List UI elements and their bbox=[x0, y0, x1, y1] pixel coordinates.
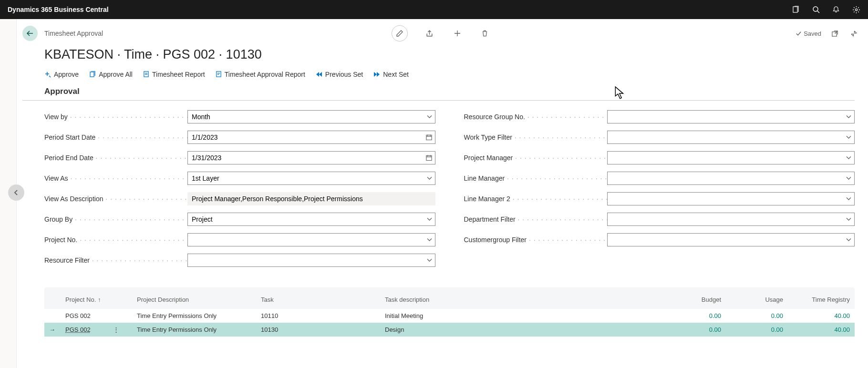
work-type-filter-input[interactable] bbox=[608, 131, 855, 143]
view-as-input[interactable] bbox=[188, 172, 435, 184]
line-manager-input[interactable] bbox=[608, 172, 855, 184]
period-end-input[interactable] bbox=[188, 152, 435, 164]
department-filter-label: Department Filter bbox=[464, 215, 607, 223]
cell-project-no[interactable]: PGS 002 ⋮ bbox=[61, 323, 132, 337]
search-icon[interactable] bbox=[812, 6, 820, 13]
table-row[interactable]: PGS 002 Time Entry Permissions Only 1011… bbox=[44, 309, 855, 323]
cell-project-desc: Time Entry Permissions Only bbox=[132, 309, 256, 323]
cell-time-registry: 40.00 bbox=[788, 309, 855, 323]
cell-budget: 0.00 bbox=[664, 309, 726, 323]
project-manager-field[interactable] bbox=[607, 151, 855, 164]
resource-group-no-input[interactable] bbox=[608, 111, 855, 123]
svg-rect-0 bbox=[793, 7, 797, 12]
collapse-icon[interactable] bbox=[848, 28, 859, 39]
previous-set-label: Previous Set bbox=[325, 71, 363, 78]
department-filter-field[interactable] bbox=[607, 213, 855, 226]
svg-point-1 bbox=[813, 7, 818, 11]
approve-action[interactable]: Approve bbox=[44, 71, 79, 78]
toolbar-center bbox=[392, 25, 491, 41]
col-budget[interactable]: Budget bbox=[664, 289, 726, 309]
col-usage[interactable]: Usage bbox=[726, 289, 788, 309]
line-manager-field[interactable] bbox=[607, 172, 855, 185]
action-bar: Approve Approve All Timesheet Report Tim… bbox=[22, 62, 859, 84]
col-project-desc[interactable]: Project Description bbox=[132, 289, 256, 309]
next-set-icon bbox=[373, 72, 380, 77]
cell-project-no[interactable]: PGS 002 bbox=[61, 309, 132, 323]
work-type-filter-field[interactable] bbox=[607, 131, 855, 144]
view-as-desc-field bbox=[187, 192, 435, 205]
left-gutter bbox=[0, 19, 17, 368]
table-row[interactable]: → PGS 002 ⋮ Time Entry Permissions Only … bbox=[44, 323, 855, 337]
line-manager-label: Line Manager bbox=[464, 174, 607, 182]
delete-icon[interactable] bbox=[479, 28, 491, 39]
resource-filter-input[interactable] bbox=[188, 254, 435, 266]
group-by-field[interactable] bbox=[187, 213, 435, 226]
form-right-col: Resource Group No. Work Type Filter Proj… bbox=[464, 109, 855, 273]
timesheet-approval-report-action[interactable]: Timesheet Approval Report bbox=[216, 71, 305, 78]
form-left-col: View by Period Start Date Period End Dat… bbox=[44, 109, 435, 273]
approve-all-action[interactable]: Approve All bbox=[89, 71, 133, 78]
timesheet-approval-report-label: Timesheet Approval Report bbox=[225, 71, 305, 78]
page-title: KBATESON · Time · PGS 002 · 10130 bbox=[22, 48, 859, 62]
edit-button[interactable] bbox=[392, 25, 408, 41]
collapse-left-icon[interactable] bbox=[8, 184, 24, 201]
app-icon-1[interactable] bbox=[792, 6, 800, 13]
app-title: Dynamics 365 Business Central bbox=[8, 6, 109, 13]
timesheet-report-action[interactable]: Timesheet Report bbox=[143, 71, 205, 78]
col-project-no[interactable]: Project No. ↑ bbox=[61, 289, 132, 309]
cell-task-desc: Initial Meeting bbox=[380, 309, 664, 323]
department-filter-input[interactable] bbox=[608, 213, 855, 225]
open-window-icon[interactable] bbox=[829, 28, 840, 39]
resource-filter-label: Resource Filter bbox=[44, 256, 187, 264]
group-by-input[interactable] bbox=[188, 213, 435, 225]
view-by-field[interactable] bbox=[187, 110, 435, 123]
line-manager-2-input[interactable] bbox=[608, 193, 855, 205]
col-task[interactable]: Task bbox=[256, 289, 380, 309]
previous-set-icon bbox=[316, 72, 322, 77]
back-button[interactable] bbox=[22, 26, 38, 41]
cell-usage: 0.00 bbox=[726, 309, 788, 323]
cell-task: 10110 bbox=[256, 309, 380, 323]
bell-icon[interactable] bbox=[832, 6, 840, 13]
gear-icon[interactable] bbox=[852, 6, 860, 14]
resource-group-no-field[interactable] bbox=[607, 110, 855, 123]
cell-task-desc: Design bbox=[380, 323, 664, 337]
col-task-desc[interactable]: Task description bbox=[380, 289, 664, 309]
next-set-action[interactable]: Next Set bbox=[373, 71, 409, 78]
share-icon[interactable] bbox=[424, 28, 435, 39]
line-manager-2-field[interactable] bbox=[607, 192, 855, 205]
approve-icon bbox=[44, 71, 51, 78]
next-set-label: Next Set bbox=[383, 71, 409, 78]
report-icon bbox=[143, 71, 149, 77]
view-by-input[interactable] bbox=[188, 111, 435, 123]
project-no-field[interactable] bbox=[187, 233, 435, 246]
customergroup-filter-field[interactable] bbox=[607, 233, 855, 246]
resource-filter-field[interactable] bbox=[187, 254, 435, 267]
col-time-registry[interactable]: Time Registry bbox=[788, 289, 855, 309]
breadcrumb: Timesheet Approval bbox=[44, 30, 103, 37]
period-start-field[interactable] bbox=[187, 131, 435, 144]
project-manager-input[interactable] bbox=[608, 152, 855, 164]
row-indicator bbox=[44, 309, 61, 323]
app-bar: Dynamics 365 Business Central bbox=[0, 0, 868, 19]
period-end-field[interactable] bbox=[187, 151, 435, 164]
view-as-desc-input bbox=[188, 193, 435, 205]
svg-rect-5 bbox=[144, 72, 148, 77]
view-as-field[interactable] bbox=[187, 172, 435, 185]
check-icon bbox=[796, 31, 802, 37]
project-no-input[interactable] bbox=[188, 234, 435, 246]
group-by-label: Group By bbox=[44, 215, 187, 223]
approve-label: Approve bbox=[54, 71, 79, 78]
section-title: Approval bbox=[22, 84, 855, 101]
toolbar-right: Saved bbox=[796, 28, 859, 39]
previous-set-action[interactable]: Previous Set bbox=[316, 71, 363, 78]
new-icon[interactable] bbox=[452, 28, 463, 39]
customergroup-filter-input[interactable] bbox=[608, 234, 855, 246]
approve-all-icon bbox=[89, 71, 96, 78]
period-start-input[interactable] bbox=[188, 131, 435, 143]
approval-report-icon bbox=[216, 71, 222, 77]
period-start-label: Period Start Date bbox=[44, 133, 187, 141]
line-manager-2-label: Line Manager 2 bbox=[464, 195, 607, 203]
row-indicator: → bbox=[44, 323, 61, 337]
cell-usage: 0.00 bbox=[726, 323, 788, 337]
